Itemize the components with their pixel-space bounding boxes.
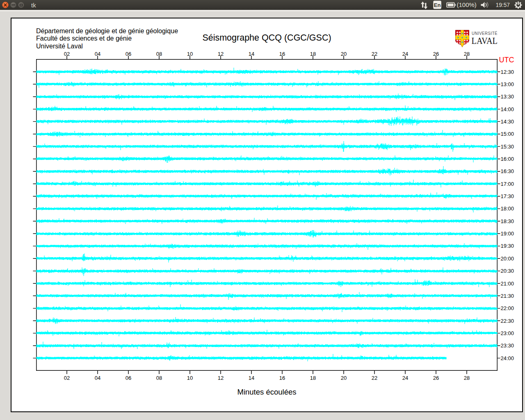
- svg-text:10: 10: [187, 51, 193, 57]
- svg-text:14:00: 14:00: [501, 106, 514, 112]
- svg-text:06: 06: [126, 51, 131, 57]
- svg-text:16: 16: [279, 375, 285, 381]
- svg-text:Université Laval: Université Laval: [36, 43, 83, 50]
- svg-text:24: 24: [402, 375, 408, 381]
- svg-text:18:30: 18:30: [501, 218, 514, 224]
- svg-text:17:30: 17:30: [501, 193, 514, 199]
- svg-text:UNIVERSITÉ: UNIVERSITÉ: [472, 31, 498, 36]
- svg-text:16:30: 16:30: [501, 168, 514, 174]
- svg-text:15:30: 15:30: [501, 144, 514, 150]
- svg-text:14:30: 14:30: [501, 119, 514, 125]
- svg-text:16:00: 16:00: [501, 156, 514, 162]
- svg-text:20: 20: [341, 375, 347, 381]
- svg-text:20:30: 20:30: [501, 268, 514, 274]
- svg-text:16: 16: [279, 51, 285, 57]
- svg-text:08: 08: [156, 51, 162, 57]
- svg-text:18: 18: [310, 375, 316, 381]
- svg-text:04: 04: [95, 375, 100, 381]
- svg-text:22: 22: [372, 375, 377, 381]
- svg-text:10: 10: [187, 375, 193, 381]
- svg-text:18:00: 18:00: [501, 205, 514, 212]
- svg-text:UTC: UTC: [499, 56, 514, 64]
- svg-text:20: 20: [341, 51, 347, 57]
- svg-text:14: 14: [249, 375, 254, 381]
- svg-text:En: En: [434, 2, 441, 8]
- svg-text:tk: tk: [31, 2, 36, 9]
- svg-text:(100%): (100%): [457, 1, 477, 8]
- svg-text:18: 18: [310, 51, 316, 57]
- svg-text:13:00: 13:00: [501, 81, 514, 87]
- svg-text:26: 26: [433, 375, 439, 381]
- svg-text:22: 22: [372, 51, 377, 57]
- svg-text:Faculté des sciences et de gén: Faculté des sciences et de génie: [36, 35, 132, 42]
- svg-text:17:00: 17:00: [501, 181, 514, 187]
- svg-text:02: 02: [64, 375, 70, 381]
- svg-text:28: 28: [464, 51, 470, 57]
- svg-text:22:00: 22:00: [501, 305, 514, 311]
- svg-text:12: 12: [218, 375, 224, 381]
- svg-text:19:57: 19:57: [496, 2, 510, 8]
- svg-text:08: 08: [156, 375, 162, 381]
- svg-text:23:00: 23:00: [501, 330, 514, 336]
- svg-text:14: 14: [249, 51, 254, 57]
- svg-text:23:30: 23:30: [501, 342, 514, 349]
- svg-text:19:30: 19:30: [501, 243, 514, 249]
- svg-text:12:30: 12:30: [501, 69, 514, 75]
- svg-text:13:30: 13:30: [501, 94, 514, 100]
- svg-text:26: 26: [433, 51, 439, 57]
- svg-text:15:00: 15:00: [501, 131, 514, 137]
- svg-text:24:00: 24:00: [501, 355, 514, 361]
- svg-text:LAVAL: LAVAL: [472, 36, 498, 46]
- svg-text:28: 28: [464, 375, 470, 381]
- svg-text:22:30: 22:30: [501, 318, 514, 324]
- svg-text:20:00: 20:00: [501, 256, 514, 262]
- svg-text:Département de géologie et de: Département de géologie et de génie géol…: [36, 27, 178, 34]
- svg-text:24: 24: [402, 51, 408, 57]
- svg-text:Minutes écoulées: Minutes écoulées: [237, 388, 297, 396]
- svg-text:04: 04: [95, 51, 100, 57]
- svg-text:Séismographe QCQ (CGC/GSC): Séismographe QCQ (CGC/GSC): [202, 33, 331, 43]
- svg-text:12: 12: [218, 51, 224, 57]
- svg-text:06: 06: [126, 375, 131, 381]
- svg-text:02: 02: [64, 51, 70, 57]
- svg-text:19:00: 19:00: [501, 231, 514, 237]
- svg-text:21:30: 21:30: [501, 293, 514, 299]
- svg-text:21:00: 21:00: [501, 281, 514, 287]
